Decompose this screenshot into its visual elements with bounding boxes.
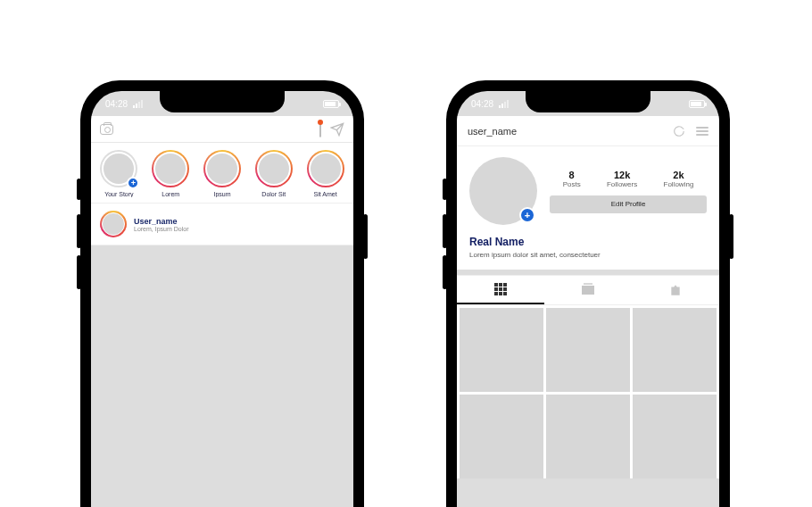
tagged-icon (669, 284, 682, 296)
side-button (77, 214, 81, 248)
tab-tagged[interactable] (632, 276, 719, 304)
post-thumbnail[interactable] (546, 308, 630, 392)
side-button (77, 255, 81, 289)
notification-dot (318, 120, 323, 125)
post-thumbnail[interactable] (633, 308, 717, 392)
stat-followers[interactable]: 12k Followers (607, 170, 637, 188)
phone-feed: 04:28 + Your Story (80, 80, 364, 507)
profile-top: + 8 Posts 12k Followers 2k (457, 146, 719, 270)
profile-tabs (457, 275, 719, 305)
story-your-story[interactable]: + Your Story (96, 150, 142, 197)
phone-profile: 04:28 user_name + (446, 80, 730, 507)
stats-row: 8 Posts 12k Followers 2k Following (550, 170, 707, 188)
story-item[interactable]: Dolor Sit (251, 150, 296, 197)
story-label: Dolor Sit (261, 191, 286, 197)
profile-username[interactable]: user_name (468, 126, 517, 137)
story-item[interactable]: Lorem (148, 150, 194, 197)
story-label: Ipsum (213, 191, 230, 197)
stat-posts[interactable]: 8 Posts (563, 170, 581, 188)
story-item[interactable]: Sit Amet (302, 150, 348, 197)
tab-grid[interactable] (457, 276, 544, 304)
tab-feed[interactable] (544, 276, 632, 304)
notch (160, 91, 285, 112)
stories-row: + Your Story Lorem Ipsum Dolor Sit Sit A… (91, 143, 353, 204)
post-grid (457, 305, 719, 478)
profile-header: user_name (457, 116, 719, 146)
stat-following[interactable]: 2k Following (664, 170, 694, 188)
profile-bio: Lorem ipsum dolor sit amet, consectetuer (469, 251, 707, 259)
post-subtitle: Lorem, Ipsum Dolor (134, 226, 188, 232)
inbox-button[interactable] (319, 121, 321, 137)
side-button (443, 255, 447, 289)
edit-profile-button[interactable]: Edit Profile (550, 195, 707, 213)
post-avatar (100, 211, 127, 237)
clock: 04:28 (105, 99, 128, 109)
grid-icon (494, 283, 507, 295)
signal-icon (499, 100, 509, 108)
battery-icon (689, 100, 705, 108)
stat-label: Posts (563, 180, 581, 188)
menu-icon[interactable] (696, 127, 708, 136)
camera-icon[interactable] (100, 124, 113, 135)
side-button (729, 214, 733, 259)
profile-avatar[interactable]: + (469, 157, 537, 225)
side-button (77, 179, 81, 200)
post-thumbnail[interactable] (460, 308, 543, 392)
post-thumbnail[interactable] (460, 395, 543, 478)
stat-value: 8 (563, 170, 581, 180)
post-username: User_name (134, 217, 188, 226)
side-button (443, 214, 447, 248)
side-button (363, 214, 368, 259)
screen: 04:28 + Your Story (91, 91, 353, 507)
post-thumbnail[interactable] (546, 395, 630, 478)
story-label: Your Story (104, 191, 133, 197)
stat-value: 2k (664, 170, 694, 180)
signal-icon (133, 100, 143, 108)
refresh-icon[interactable] (673, 125, 685, 137)
stat-label: Followers (607, 180, 637, 188)
clock: 04:28 (471, 99, 493, 109)
stat-label: Following (664, 180, 694, 188)
plus-icon: + (127, 177, 139, 189)
post-header[interactable]: User_name Lorem, Ipsum Dolor (91, 204, 353, 245)
story-label: Sit Amet (314, 191, 337, 197)
feed-header (91, 116, 353, 143)
post-thumbnail[interactable] (633, 395, 717, 478)
profile-real-name: Real Name (469, 236, 707, 248)
story-label: Lorem (162, 191, 179, 197)
plus-icon: + (519, 207, 535, 223)
stat-value: 12k (607, 170, 637, 180)
notch (526, 91, 650, 112)
screen: 04:28 user_name + (457, 91, 719, 507)
story-item[interactable]: Ipsum (200, 150, 245, 197)
side-button (443, 179, 447, 200)
send-icon[interactable] (330, 122, 344, 137)
feed-icon (582, 286, 594, 295)
battery-icon (323, 100, 339, 108)
